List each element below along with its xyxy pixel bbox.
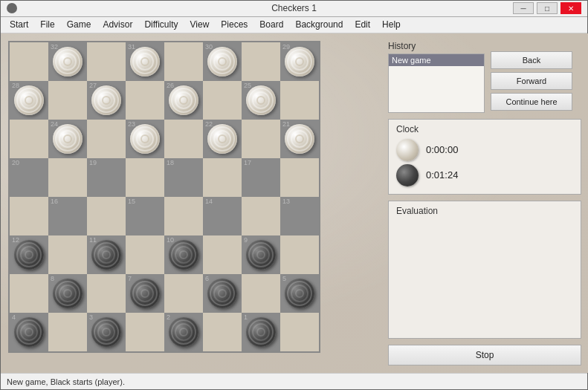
board-cell-9[interactable]: 9: [242, 235, 280, 274]
black-piece[interactable]: [246, 317, 276, 347]
menu-item-file[interactable]: File: [34, 18, 60, 31]
board-cell-21[interactable]: 21: [280, 120, 319, 158]
board-cell-empty[interactable]: [10, 197, 48, 235]
board-cell-empty[interactable]: [203, 235, 242, 274]
black-piece[interactable]: [169, 240, 198, 270]
board-cell-6[interactable]: 6: [203, 274, 242, 313]
board-cell-empty[interactable]: [203, 81, 242, 120]
board-cell-31[interactable]: 31: [126, 42, 164, 81]
menu-item-board[interactable]: Board: [253, 18, 289, 31]
white-piece[interactable]: [53, 47, 83, 77]
board-cell-empty[interactable]: [242, 274, 280, 313]
white-piece[interactable]: [169, 85, 198, 115]
board-cell-29[interactable]: 29: [280, 42, 319, 81]
board-cell-empty[interactable]: [280, 158, 319, 197]
board-cell-empty[interactable]: [10, 42, 48, 81]
board-cell-3[interactable]: 3: [87, 313, 126, 351]
board-cell-13[interactable]: 13: [280, 197, 319, 235]
board-cell-empty[interactable]: [242, 120, 280, 158]
board-cell-empty[interactable]: [87, 42, 126, 81]
black-piece[interactable]: [285, 279, 314, 308]
history-box[interactable]: New game: [388, 53, 485, 113]
board-cell-10[interactable]: 10: [164, 235, 203, 274]
continue-here-button[interactable]: Continue here: [491, 93, 572, 111]
board-cell-empty[interactable]: [280, 313, 319, 351]
board-cell-27[interactable]: 27: [87, 81, 126, 120]
board-cell-empty[interactable]: [164, 274, 203, 313]
white-piece[interactable]: [130, 47, 160, 77]
board-cell-1[interactable]: 1: [242, 313, 280, 351]
menu-item-background[interactable]: Background: [289, 18, 349, 31]
board-cell-18[interactable]: 18: [164, 158, 203, 197]
board-cell-5[interactable]: 5: [280, 274, 319, 313]
black-piece[interactable]: [14, 317, 44, 347]
board-cell-7[interactable]: 7: [126, 274, 164, 313]
board-cell-17[interactable]: 17: [242, 158, 280, 197]
black-piece[interactable]: [207, 279, 237, 308]
black-piece[interactable]: [91, 317, 121, 347]
board-cell-12[interactable]: 12: [10, 235, 48, 274]
white-piece[interactable]: [207, 124, 237, 154]
black-piece[interactable]: [91, 240, 121, 270]
board-cell-empty[interactable]: [48, 235, 87, 274]
menu-item-difficulty[interactable]: Difficulty: [138, 18, 184, 31]
back-button[interactable]: Back: [491, 51, 572, 69]
board-cell-empty[interactable]: [126, 158, 164, 197]
menu-item-view[interactable]: View: [184, 18, 216, 31]
board-cell-empty[interactable]: [242, 197, 280, 235]
board-cell-26[interactable]: 26: [164, 81, 203, 120]
board-cell-empty[interactable]: [203, 158, 242, 197]
board-cell-28[interactable]: 28: [10, 81, 48, 120]
white-piece[interactable]: [130, 124, 160, 154]
black-piece[interactable]: [130, 279, 160, 308]
minimize-button[interactable]: ─: [513, 2, 534, 14]
board-cell-empty[interactable]: [164, 120, 203, 158]
menu-item-game[interactable]: Game: [61, 18, 97, 31]
board-cell-empty[interactable]: [242, 42, 280, 81]
white-piece[interactable]: [285, 124, 314, 154]
board-cell-24[interactable]: 24: [48, 120, 87, 158]
menu-item-start[interactable]: Start: [4, 18, 34, 31]
white-piece[interactable]: [246, 85, 276, 115]
board-cell-19[interactable]: 19: [87, 158, 126, 197]
board-cell-empty[interactable]: [203, 313, 242, 351]
white-piece[interactable]: [91, 85, 121, 115]
board-cell-empty[interactable]: [48, 81, 87, 120]
board-cell-empty[interactable]: [87, 120, 126, 158]
black-piece[interactable]: [246, 240, 276, 270]
board-cell-16[interactable]: 16: [48, 197, 87, 235]
white-piece[interactable]: [53, 124, 83, 154]
white-piece[interactable]: [207, 47, 237, 77]
board-cell-empty[interactable]: [87, 274, 126, 313]
board-cell-22[interactable]: 22: [203, 120, 242, 158]
forward-button[interactable]: Forward: [491, 72, 572, 90]
black-piece[interactable]: [169, 317, 198, 347]
white-piece[interactable]: [14, 85, 44, 115]
board-cell-20[interactable]: 20: [10, 158, 48, 197]
menu-item-edit[interactable]: Edit: [349, 18, 376, 31]
board-cell-11[interactable]: 11: [87, 235, 126, 274]
close-button[interactable]: ✕: [560, 2, 581, 14]
menu-item-help[interactable]: Help: [376, 18, 407, 31]
menu-item-advisor[interactable]: Advisor: [97, 18, 138, 31]
board-cell-empty[interactable]: [48, 158, 87, 197]
board-cell-empty[interactable]: [126, 235, 164, 274]
board-cell-14[interactable]: 14: [203, 197, 242, 235]
board-cell-empty[interactable]: [280, 235, 319, 274]
board-cell-empty[interactable]: [164, 42, 203, 81]
board-cell-empty[interactable]: [10, 274, 48, 313]
board-cell-empty[interactable]: [280, 81, 319, 120]
board-cell-empty[interactable]: [164, 197, 203, 235]
board-cell-empty[interactable]: [48, 313, 87, 351]
board-cell-empty[interactable]: [87, 197, 126, 235]
board-cell-23[interactable]: 23: [126, 120, 164, 158]
board-cell-empty[interactable]: [10, 120, 48, 158]
board-cell-15[interactable]: 15: [126, 197, 164, 235]
board-cell-2[interactable]: 2: [164, 313, 203, 351]
stop-button[interactable]: Stop: [388, 345, 581, 365]
white-piece[interactable]: [285, 47, 314, 77]
board-cell-8[interactable]: 8: [48, 274, 87, 313]
board-cell-30[interactable]: 30: [203, 42, 242, 81]
board-cell-empty[interactable]: [126, 313, 164, 351]
maximize-button[interactable]: □: [537, 2, 558, 14]
